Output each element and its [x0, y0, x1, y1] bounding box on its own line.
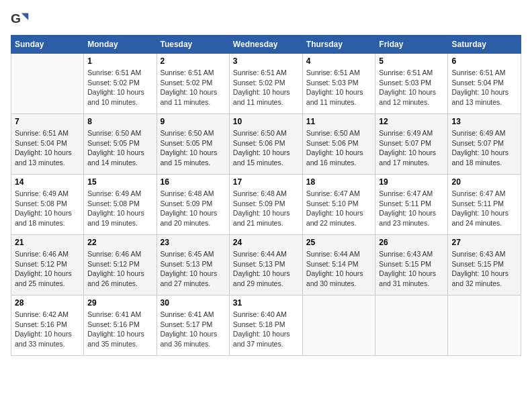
calendar-cell: 9 Sunrise: 6:50 AM Sunset: 5:05 PM Dayli…	[157, 114, 229, 175]
day-number: 19	[379, 177, 444, 187]
day-header-saturday: Saturday	[448, 36, 521, 54]
daylight-text: Daylight: 10 hours and 14 minutes.	[87, 148, 144, 167]
sunrise-text: Sunrise: 6:51 AM	[161, 68, 214, 77]
day-info: Sunrise: 6:43 AM Sunset: 5:15 PM Dayligh…	[379, 249, 444, 289]
daylight-text: Daylight: 10 hours and 36 minutes.	[161, 330, 218, 348]
day-info: Sunrise: 6:47 AM Sunset: 5:11 PM Dayligh…	[379, 189, 444, 228]
day-info: Sunrise: 6:51 AM Sunset: 5:03 PM Dayligh…	[379, 68, 444, 107]
sunset-text: Sunset: 5:12 PM	[87, 260, 140, 268]
sunrise-text: Sunrise: 6:51 AM	[451, 68, 505, 77]
daylight-text: Daylight: 10 hours and 33 minutes.	[15, 330, 72, 348]
sunrise-text: Sunrise: 6:51 AM	[306, 68, 360, 77]
day-info: Sunrise: 6:49 AM Sunset: 5:08 PM Dayligh…	[15, 189, 80, 228]
daylight-text: Daylight: 10 hours and 13 minutes.	[451, 88, 508, 106]
daylight-text: Daylight: 10 hours and 25 minutes.	[15, 269, 72, 287]
day-number: 30	[161, 298, 226, 308]
day-info: Sunrise: 6:45 AM Sunset: 5:13 PM Dayligh…	[161, 249, 226, 289]
calendar-cell: 28 Sunrise: 6:42 AM Sunset: 5:16 PM Dayl…	[11, 295, 84, 356]
sunrise-text: Sunrise: 6:50 AM	[161, 129, 214, 137]
day-number: 31	[233, 298, 299, 308]
sunrise-text: Sunrise: 6:44 AM	[306, 250, 360, 258]
day-number: 22	[87, 238, 152, 247]
daylight-text: Daylight: 10 hours and 11 minutes.	[233, 88, 290, 106]
day-info: Sunrise: 6:48 AM Sunset: 5:09 PM Dayligh…	[233, 189, 299, 228]
daylight-text: Daylight: 10 hours and 12 minutes.	[379, 88, 436, 106]
calendar-cell: 26 Sunrise: 6:43 AM Sunset: 5:15 PM Dayl…	[375, 235, 448, 295]
day-number: 8	[87, 117, 152, 126]
page-header: G	[11, 11, 521, 30]
sunrise-text: Sunrise: 6:51 AM	[15, 129, 69, 137]
daylight-text: Daylight: 10 hours and 11 minutes.	[306, 88, 363, 106]
calendar-cell	[448, 295, 521, 356]
sunset-text: Sunset: 5:07 PM	[451, 139, 504, 147]
calendar-week-row: 7 Sunrise: 6:51 AM Sunset: 5:04 PM Dayli…	[11, 114, 521, 175]
calendar-cell: 10 Sunrise: 6:50 AM Sunset: 5:06 PM Dayl…	[229, 114, 302, 175]
sunrise-text: Sunrise: 6:49 AM	[379, 129, 433, 137]
daylight-text: Daylight: 10 hours and 30 minutes.	[306, 269, 363, 287]
day-number: 25	[306, 238, 372, 247]
day-info: Sunrise: 6:41 AM Sunset: 5:17 PM Dayligh…	[161, 310, 226, 349]
day-info: Sunrise: 6:51 AM Sunset: 5:02 PM Dayligh…	[233, 68, 299, 107]
sunrise-text: Sunrise: 6:48 AM	[233, 189, 287, 197]
sunset-text: Sunset: 5:11 PM	[379, 199, 431, 208]
calendar-cell: 15 Sunrise: 6:49 AM Sunset: 5:08 PM Dayl…	[84, 175, 157, 235]
sunset-text: Sunset: 5:15 PM	[379, 260, 431, 268]
sunset-text: Sunset: 5:05 PM	[87, 139, 140, 147]
day-number: 15	[87, 177, 152, 187]
day-info: Sunrise: 6:40 AM Sunset: 5:18 PM Dayligh…	[233, 310, 299, 349]
sunset-text: Sunset: 5:09 PM	[233, 199, 285, 208]
calendar-cell: 4 Sunrise: 6:51 AM Sunset: 5:03 PM Dayli…	[302, 54, 375, 114]
calendar-cell: 13 Sunrise: 6:49 AM Sunset: 5:07 PM Dayl…	[448, 114, 521, 175]
sunrise-text: Sunrise: 6:45 AM	[161, 250, 214, 258]
daylight-text: Daylight: 10 hours and 16 minutes.	[306, 148, 363, 167]
sunset-text: Sunset: 5:06 PM	[233, 139, 285, 147]
calendar-cell: 14 Sunrise: 6:49 AM Sunset: 5:08 PM Dayl…	[11, 175, 84, 235]
sunrise-text: Sunrise: 6:49 AM	[451, 129, 505, 137]
daylight-text: Daylight: 10 hours and 22 minutes.	[306, 209, 363, 227]
day-info: Sunrise: 6:50 AM Sunset: 5:05 PM Dayligh…	[87, 128, 152, 168]
day-number: 28	[15, 298, 80, 308]
daylight-text: Daylight: 10 hours and 19 minutes.	[87, 209, 144, 227]
sunrise-text: Sunrise: 6:51 AM	[87, 68, 141, 77]
sunset-text: Sunset: 5:08 PM	[87, 199, 140, 208]
sunset-text: Sunset: 5:08 PM	[15, 199, 67, 208]
day-info: Sunrise: 6:41 AM Sunset: 5:16 PM Dayligh…	[87, 310, 152, 349]
day-header-thursday: Thursday	[302, 36, 375, 54]
sunrise-text: Sunrise: 6:50 AM	[306, 129, 360, 137]
day-header-monday: Monday	[84, 36, 157, 54]
sunrise-text: Sunrise: 6:47 AM	[306, 189, 360, 197]
day-number: 26	[379, 238, 444, 247]
sunrise-text: Sunrise: 6:41 AM	[161, 310, 214, 318]
daylight-text: Daylight: 10 hours and 35 minutes.	[87, 330, 144, 348]
sunset-text: Sunset: 5:14 PM	[306, 260, 359, 268]
day-info: Sunrise: 6:49 AM Sunset: 5:07 PM Dayligh…	[451, 128, 517, 168]
day-number: 9	[161, 117, 226, 126]
daylight-text: Daylight: 10 hours and 21 minutes.	[233, 209, 290, 227]
daylight-text: Daylight: 10 hours and 13 minutes.	[15, 148, 72, 167]
calendar-cell: 23 Sunrise: 6:45 AM Sunset: 5:13 PM Dayl…	[157, 235, 229, 295]
calendar-cell: 5 Sunrise: 6:51 AM Sunset: 5:03 PM Dayli…	[375, 54, 448, 114]
calendar-cell: 20 Sunrise: 6:47 AM Sunset: 5:11 PM Dayl…	[448, 175, 521, 235]
calendar-cell: 19 Sunrise: 6:47 AM Sunset: 5:11 PM Dayl…	[375, 175, 448, 235]
sunrise-text: Sunrise: 6:49 AM	[15, 189, 69, 197]
sunrise-text: Sunrise: 6:51 AM	[379, 68, 433, 77]
sunrise-text: Sunrise: 6:46 AM	[15, 250, 69, 258]
day-number: 20	[451, 177, 517, 187]
calendar-cell: 24 Sunrise: 6:44 AM Sunset: 5:13 PM Dayl…	[229, 235, 302, 295]
calendar-cell: 6 Sunrise: 6:51 AM Sunset: 5:04 PM Dayli…	[448, 54, 521, 114]
sunset-text: Sunset: 5:09 PM	[161, 199, 213, 208]
daylight-text: Daylight: 10 hours and 31 minutes.	[379, 269, 436, 287]
day-number: 4	[306, 56, 372, 66]
day-number: 21	[15, 238, 80, 247]
calendar-cell: 22 Sunrise: 6:46 AM Sunset: 5:12 PM Dayl…	[84, 235, 157, 295]
day-header-wednesday: Wednesday	[229, 36, 302, 54]
day-number: 10	[233, 117, 299, 126]
calendar-cell: 18 Sunrise: 6:47 AM Sunset: 5:10 PM Dayl…	[302, 175, 375, 235]
sunrise-text: Sunrise: 6:50 AM	[87, 129, 141, 137]
sunset-text: Sunset: 5:03 PM	[306, 79, 359, 87]
calendar-cell: 11 Sunrise: 6:50 AM Sunset: 5:06 PM Dayl…	[302, 114, 375, 175]
daylight-text: Daylight: 10 hours and 11 minutes.	[161, 88, 218, 106]
sunrise-text: Sunrise: 6:43 AM	[379, 250, 433, 258]
sunset-text: Sunset: 5:04 PM	[15, 139, 67, 147]
daylight-text: Daylight: 10 hours and 23 minutes.	[379, 209, 436, 227]
